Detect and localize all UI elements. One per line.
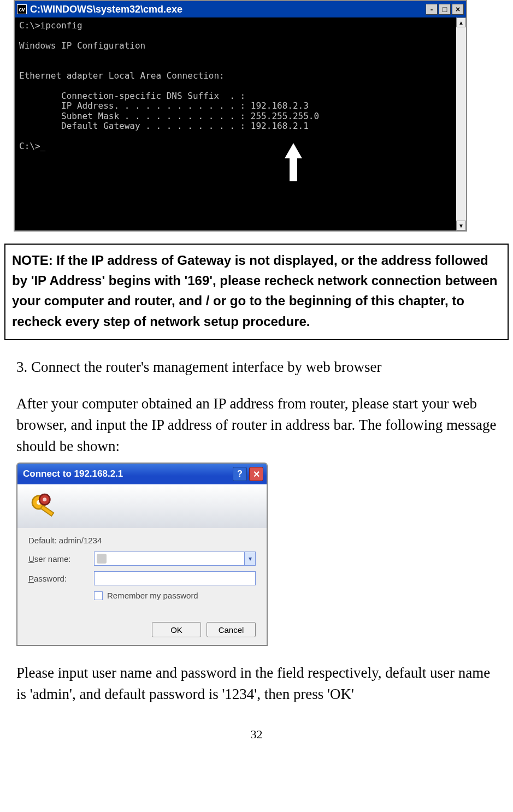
dialog-close-button[interactable]: ✕	[249, 467, 263, 481]
scroll-up-button[interactable]: ▲	[456, 17, 466, 27]
annotation-arrow-up-icon	[282, 143, 304, 181]
cmd-window-title: C:\WINDOWS\system32\cmd.exe	[30, 4, 426, 15]
cmd-window: cv C:\WINDOWS\system32\cmd.exe - □ × C:\…	[14, 0, 467, 232]
remember-checkbox[interactable]: Remember my password	[94, 591, 256, 600]
cmd-output: C:\>ipconfig Windows IP Configuration Et…	[15, 17, 456, 230]
user-icon	[97, 554, 107, 564]
remember-label: Remember my password	[107, 591, 198, 600]
minimize-button[interactable]: -	[426, 4, 438, 15]
page-number: 32	[0, 727, 513, 742]
keys-icon	[28, 491, 59, 521]
svg-point-4	[43, 498, 46, 502]
note-box: NOTE: If the IP address of Gateway is no…	[4, 244, 509, 340]
dialog-titlebar: Connect to 192.168.2.1 ? ✕	[17, 464, 267, 484]
password-input[interactable]	[94, 571, 256, 585]
close-button[interactable]: ×	[452, 4, 464, 15]
cancel-button[interactable]: Cancel	[207, 622, 256, 637]
cmd-scrollbar[interactable]: ▲ ▼	[456, 17, 466, 230]
maximize-button[interactable]: □	[439, 4, 451, 15]
step-paragraph: After your computer obtained an IP addre…	[16, 393, 497, 457]
svg-rect-2	[40, 506, 54, 517]
step-heading: 3. Connect the router's management inter…	[16, 357, 497, 378]
scroll-down-button[interactable]: ▼	[456, 221, 466, 230]
dialog-banner	[17, 484, 267, 528]
dialog-title: Connect to 192.168.2.1	[21, 469, 231, 479]
username-input[interactable]: ▾	[94, 552, 256, 566]
cmd-icon: cv	[17, 4, 27, 14]
help-button[interactable]: ?	[233, 467, 247, 481]
auth-dialog: Connect to 192.168.2.1 ? ✕ Default: admi…	[16, 463, 268, 646]
ok-button[interactable]: OK	[152, 622, 201, 637]
username-label: User name:	[28, 554, 94, 564]
cmd-titlebar: cv C:\WINDOWS\system32\cmd.exe - □ ×	[15, 1, 466, 17]
dropdown-icon[interactable]: ▾	[244, 552, 255, 565]
checkbox-box[interactable]	[94, 591, 103, 600]
password-label: Password:	[28, 574, 94, 583]
dialog-hint: Default: admin/1234	[28, 536, 256, 545]
after-paragraph: Please input user name and password in t…	[16, 662, 497, 705]
